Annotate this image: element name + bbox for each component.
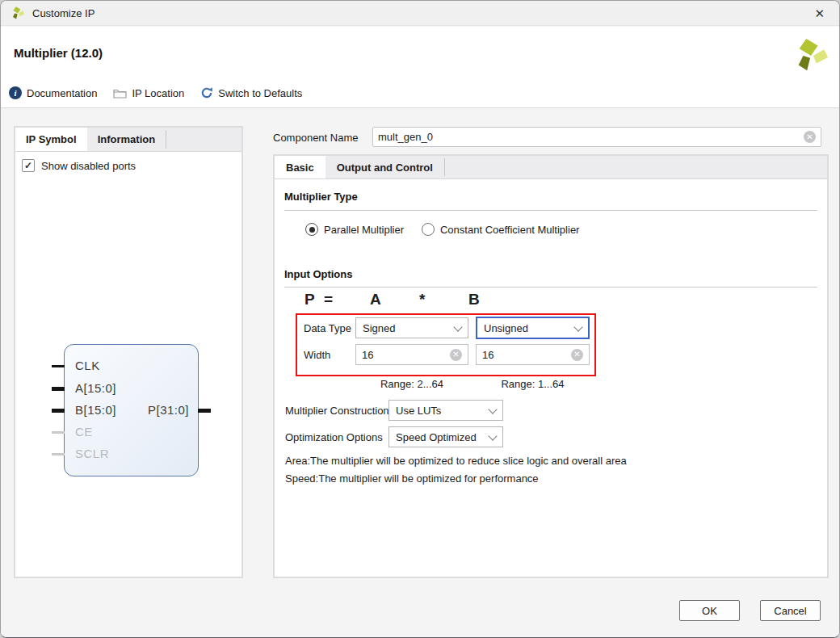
multiplier-construction-dropdown[interactable]: Use LUTs bbox=[388, 400, 503, 421]
header: Multiplier (12.0) i Documentation IP Loc… bbox=[1, 27, 839, 108]
documentation-label: Documentation bbox=[27, 87, 97, 99]
clear-icon[interactable]: ✕ bbox=[804, 131, 816, 143]
window-title: Customize IP bbox=[32, 7, 94, 19]
radio-label: Parallel Multiplier bbox=[324, 224, 404, 236]
documentation-button[interactable]: i Documentation bbox=[9, 86, 97, 99]
multiplier-type-heading: Multiplier Type bbox=[284, 191, 358, 203]
left-tab-strip: IP Symbol Information bbox=[15, 128, 242, 152]
folder-icon bbox=[113, 87, 127, 99]
ip-symbol-panel: IP Symbol Information ✓ Show disabled po… bbox=[14, 126, 243, 578]
a-width-input[interactable]: 16 ✕ bbox=[355, 344, 468, 365]
equation-a: A bbox=[370, 291, 381, 309]
port-b-label: B[15:0] bbox=[75, 403, 116, 417]
a-data-type-value: Signed bbox=[363, 322, 395, 334]
cancel-button[interactable]: Cancel bbox=[760, 600, 821, 621]
port-p-stub bbox=[198, 409, 211, 413]
ip-symbol-block: CLK A[15:0] B[15:0] CE bbox=[64, 344, 199, 476]
titlebar: Customize IP ✕ bbox=[1, 1, 839, 26]
switch-to-defaults-button[interactable]: Switch to Defaults bbox=[200, 86, 302, 99]
width-label: Width bbox=[304, 349, 330, 361]
port-a-stub bbox=[52, 387, 65, 391]
component-name-input[interactable]: mult_gen_0 ✕ bbox=[372, 127, 821, 147]
equation-b: B bbox=[468, 291, 480, 309]
config-panel: Basic Output and Control Multiplier Type… bbox=[273, 154, 829, 578]
radio-label: Constant Coefficient Multiplier bbox=[440, 224, 579, 236]
speed-note: Speed:The multiplier will be optimized f… bbox=[285, 472, 539, 485]
b-data-type-value: Unsigned bbox=[484, 322, 528, 334]
chevron-down-icon bbox=[453, 322, 462, 331]
port-ce-label: CE bbox=[75, 425, 93, 439]
multiplier-construction-label: Multiplier Construction bbox=[285, 405, 389, 417]
ip-title: Multiplier (12.0) bbox=[14, 46, 103, 60]
port-b-stub bbox=[52, 409, 65, 413]
b-width-input[interactable]: 16 ✕ bbox=[476, 344, 590, 365]
xilinx-brand-logo bbox=[792, 36, 830, 73]
ip-location-label: IP Location bbox=[132, 87, 184, 99]
radio-selected-icon bbox=[305, 223, 318, 236]
xilinx-logo-icon bbox=[10, 6, 25, 20]
component-name-label: Component Name bbox=[273, 132, 359, 144]
tab-label: IP Symbol bbox=[26, 133, 77, 145]
area-note: Area:The multiplier will be optimized to… bbox=[285, 455, 627, 467]
port-ce-stub bbox=[52, 431, 65, 434]
ip-location-button[interactable]: IP Location bbox=[113, 87, 184, 99]
symbol-canvas: CLK A[15:0] B[15:0] CE bbox=[15, 179, 242, 567]
main-area: IP Symbol Information ✓ Show disabled po… bbox=[1, 108, 839, 637]
component-name-value: mult_gen_0 bbox=[378, 131, 804, 143]
radio-unselected-icon bbox=[422, 223, 435, 236]
port-p-label: P[31:0] bbox=[148, 403, 189, 417]
tab-information[interactable]: Information bbox=[87, 128, 166, 151]
clear-icon[interactable]: ✕ bbox=[571, 349, 583, 361]
close-icon[interactable]: ✕ bbox=[809, 6, 830, 21]
tab-separator bbox=[166, 130, 166, 149]
input-options-heading: Input Options bbox=[284, 268, 352, 280]
show-disabled-ports-option[interactable]: ✓ Show disabled ports bbox=[15, 152, 242, 179]
tab-ip-symbol[interactable]: IP Symbol bbox=[15, 128, 87, 151]
section-divider bbox=[284, 287, 817, 288]
customize-ip-dialog: Customize IP ✕ Multiplier (12.0) i Docum… bbox=[0, 0, 840, 638]
toolbar: i Documentation IP Location Switch to De… bbox=[9, 86, 302, 99]
a-data-type-dropdown[interactable]: Signed bbox=[355, 317, 468, 338]
config-tab-strip: Basic Output and Control bbox=[275, 156, 827, 179]
b-range-label: Range: 1...64 bbox=[476, 378, 590, 390]
chevron-down-icon bbox=[573, 322, 582, 331]
section-divider bbox=[284, 210, 817, 211]
data-type-label: Data Type bbox=[304, 322, 351, 334]
multiplier-type-options: Parallel Multiplier Constant Coefficient… bbox=[305, 223, 579, 236]
b-width-value: 16 bbox=[482, 349, 571, 361]
optimization-options-value: Speed Optimized bbox=[396, 431, 477, 443]
port-sclr-stub bbox=[52, 453, 65, 455]
port-clk-stub bbox=[52, 365, 65, 367]
checkbox-checked-icon[interactable]: ✓ bbox=[22, 159, 35, 172]
tab-basic[interactable]: Basic bbox=[275, 156, 326, 178]
equation-p: P bbox=[304, 291, 315, 309]
tab-label: Basic bbox=[286, 162, 314, 174]
refresh-icon bbox=[200, 86, 213, 99]
a-width-value: 16 bbox=[362, 349, 450, 361]
tab-output-and-control[interactable]: Output and Control bbox=[326, 156, 444, 178]
info-icon: i bbox=[9, 86, 22, 99]
radio-parallel-multiplier[interactable]: Parallel Multiplier bbox=[305, 223, 404, 236]
show-disabled-ports-label: Show disabled ports bbox=[41, 160, 136, 172]
chevron-down-icon bbox=[488, 405, 497, 413]
equation-star: * bbox=[419, 291, 425, 309]
a-range-label: Range: 2...64 bbox=[355, 378, 468, 390]
switch-to-defaults-label: Switch to Defaults bbox=[218, 87, 302, 99]
chevron-down-icon bbox=[488, 431, 497, 440]
optimization-options-dropdown[interactable]: Speed Optimized bbox=[388, 426, 503, 447]
radio-constant-coefficient-multiplier[interactable]: Constant Coefficient Multiplier bbox=[422, 223, 579, 236]
clear-icon[interactable]: ✕ bbox=[450, 349, 462, 361]
port-clk-label: CLK bbox=[75, 359, 100, 372]
equation-equals: = bbox=[324, 291, 333, 309]
port-sclr-label: SCLR bbox=[75, 447, 109, 460]
basic-tab-content: Multiplier Type Parallel Multiplier Cons… bbox=[275, 179, 827, 577]
port-a-label: A[15:0] bbox=[75, 381, 116, 395]
b-data-type-dropdown[interactable]: Unsigned bbox=[476, 317, 590, 339]
tab-separator bbox=[444, 158, 445, 176]
multiplier-construction-value: Use LUTs bbox=[396, 405, 441, 417]
optimization-options-label: Optimization Options bbox=[285, 431, 383, 443]
ok-button[interactable]: OK bbox=[679, 600, 740, 621]
tab-label: Output and Control bbox=[337, 162, 433, 174]
tab-label: Information bbox=[98, 133, 156, 145]
